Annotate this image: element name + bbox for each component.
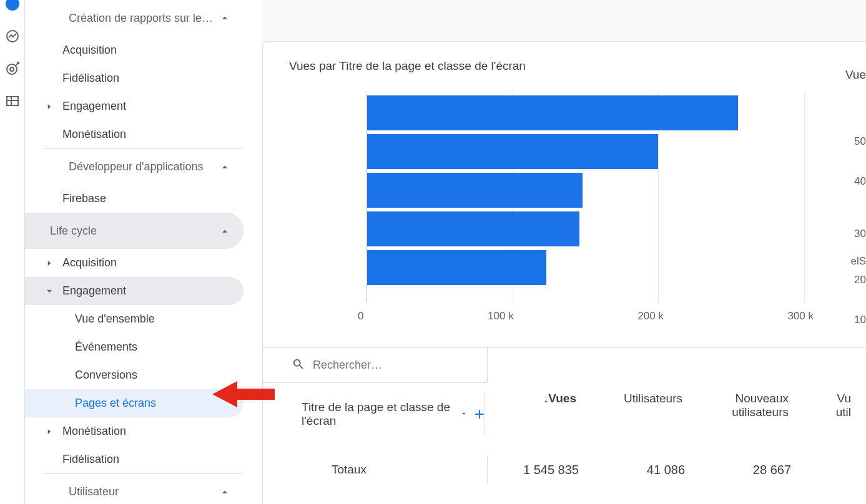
nav-acquisition[interactable]: Acquisition — [25, 36, 262, 64]
right-chart-title: Vue — [845, 68, 866, 82]
bar-5[interactable] — [367, 250, 546, 285]
nav-pages-screens[interactable]: Pages et écrans — [25, 389, 244, 417]
left-nav-rail — [0, 0, 25, 504]
nav-events[interactable]: Événements — [25, 333, 262, 361]
x-tick: 300 k — [787, 310, 814, 322]
caret-right-icon — [44, 101, 55, 112]
col-views[interactable]: ↓Vues — [485, 392, 591, 405]
y-tick: 10 — [854, 314, 866, 326]
svg-marker-5 — [212, 381, 275, 407]
table-header-row: Titre de la page et classe de l'écran + … — [263, 383, 866, 428]
y-tick: 50 — [854, 135, 866, 148]
caret-down-icon — [44, 286, 55, 297]
nav-fidelisation[interactable]: Fidélisation — [25, 64, 262, 92]
report-card: Vues par Titre de la page et classe de l… — [262, 41, 866, 504]
nav-lc-engagement[interactable]: Engagement — [25, 277, 244, 305]
y-tick: 40 — [854, 175, 866, 188]
col-users[interactable]: Utilisateurs — [591, 392, 697, 405]
nav-overview[interactable]: Vue d'ensemble — [25, 305, 262, 333]
table-icon[interactable] — [5, 94, 20, 109]
svg-point-0 — [6, 0, 19, 11]
section-developer[interactable]: Développeur d'applications — [44, 148, 244, 185]
section-label: Life cycle — [50, 225, 97, 238]
trends-icon[interactable] — [5, 29, 20, 44]
y-tick: 30 — [854, 228, 866, 240]
right-chart-axis: 50 40 30 elS 20 10 — [841, 102, 866, 357]
search-input[interactable] — [313, 359, 475, 372]
section-reports[interactable]: Création de rapports sur le… — [44, 0, 244, 36]
dimension-selector[interactable]: Titre de la page et classe de l'écran + — [263, 392, 485, 437]
x-tick: 0 — [358, 310, 363, 322]
caret-down-icon — [460, 407, 468, 421]
x-tick: 200 k — [637, 310, 664, 322]
nav-lc-fidelisation[interactable]: Fidélisation — [25, 445, 262, 473]
section-label: Utilisateur — [69, 485, 119, 498]
col-partial[interactable]: Vu util — [804, 392, 866, 419]
annotation-arrow — [212, 377, 275, 411]
nav-firebase[interactable]: Firebase — [25, 185, 262, 213]
section-label: Création de rapports sur le… — [69, 12, 213, 25]
chevron-up-icon — [219, 225, 231, 238]
table-search[interactable] — [263, 348, 488, 383]
totals-row: Totaux 1 545 835 41 086 28 667 — [263, 455, 866, 484]
svg-point-2 — [7, 64, 17, 74]
totals-new-users: 28 667 — [700, 463, 806, 477]
add-dimension-button[interactable]: + — [475, 404, 485, 424]
chart-title: Vues par Titre de la page et classe de l… — [263, 59, 866, 73]
chevron-up-icon — [219, 12, 231, 24]
target-icon[interactable] — [5, 61, 20, 76]
bar-1[interactable] — [367, 95, 738, 130]
section-user[interactable]: Utilisateur — [44, 473, 244, 504]
bar-chart: 0 100 k 200 k 300 k — [289, 92, 820, 322]
bar-4[interactable] — [367, 211, 579, 246]
report-sidebar: Création de rapports sur le… Acquisition… — [25, 0, 262, 504]
caret-right-icon — [44, 426, 55, 437]
section-label: Développeur d'applications — [69, 160, 204, 173]
home-icon[interactable] — [5, 0, 20, 11]
caret-right-icon — [44, 258, 55, 269]
bar-2[interactable] — [367, 134, 658, 169]
search-icon — [292, 357, 305, 373]
totals-views: 1 545 835 — [488, 463, 594, 477]
totals-users: 41 086 — [594, 463, 700, 477]
chevron-up-icon — [219, 161, 231, 173]
totals-label: Totaux — [263, 455, 488, 484]
nav-lc-acquisition[interactable]: Acquisition — [25, 249, 262, 277]
col-new-users[interactable]: Nouveaux utilisateurs — [697, 392, 804, 419]
chevron-up-icon — [219, 486, 231, 498]
nav-lc-monetisation[interactable]: Monétisation — [25, 417, 262, 445]
y-tick: elS — [850, 255, 866, 268]
main-content: Vues par Titre de la page et classe de l… — [262, 0, 866, 504]
bar-3[interactable] — [367, 173, 583, 208]
section-life-cycle[interactable]: Life cycle — [25, 213, 244, 249]
x-tick: 100 k — [488, 310, 514, 322]
y-tick: 20 — [854, 274, 866, 286]
nav-monetisation[interactable]: Monétisation — [25, 120, 262, 148]
svg-point-3 — [10, 67, 14, 71]
data-table: Titre de la page et classe de l'écran + … — [263, 347, 866, 484]
nav-engagement[interactable]: Engagement — [25, 92, 262, 120]
x-axis: 0 100 k 200 k 300 k — [358, 303, 814, 322]
